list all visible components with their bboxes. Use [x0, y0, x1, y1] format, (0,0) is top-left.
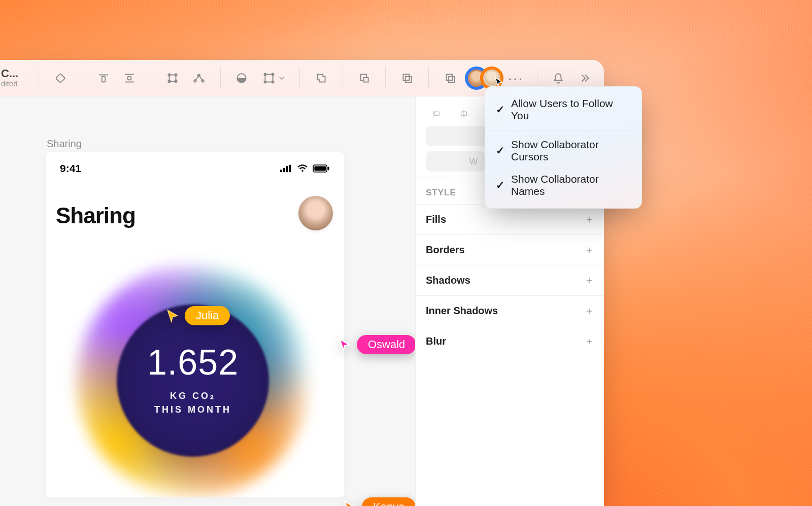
- document-subtitle: dited: [1, 80, 29, 88]
- union-icon: [315, 72, 328, 85]
- transform-button[interactable]: [162, 66, 183, 90]
- distribute-icon: [123, 72, 136, 85]
- menu-item-show-cursors[interactable]: ✓ Show Collaborator Cursors: [485, 133, 642, 168]
- plus-icon[interactable]: [585, 215, 594, 224]
- plus-icon[interactable]: [585, 246, 594, 255]
- menu-item-allow-follow[interactable]: ✓ Allow Users to Follow You: [485, 92, 642, 127]
- metric-unit: KG CO₂: [147, 389, 239, 403]
- menu-divider: [492, 130, 635, 130]
- style-row-inner-shadows[interactable]: Inner Shadows: [416, 295, 604, 326]
- svg-point-17: [272, 73, 274, 75]
- checkmark-icon: ✓: [496, 104, 505, 116]
- battery-icon: [313, 164, 330, 173]
- checkmark-icon: ✓: [496, 145, 505, 157]
- svg-rect-32: [314, 166, 326, 171]
- toolbar-separator: [39, 67, 39, 89]
- metric-visual: 1.652 KG CO₂ THIS MONTH: [66, 254, 320, 497]
- toolbar-separator: [220, 67, 221, 89]
- union-button[interactable]: [311, 66, 332, 90]
- svg-rect-22: [403, 74, 410, 80]
- path-nodes-icon: [192, 72, 206, 85]
- transform-icon: [166, 72, 179, 85]
- collaborator-name-pill: Julia: [185, 306, 230, 325]
- style-row-blur[interactable]: Blur: [416, 326, 604, 356]
- screen-title: Sharing: [56, 203, 136, 228]
- cursor-icon: [343, 500, 357, 506]
- style-row-shadows[interactable]: Shadows: [416, 265, 604, 295]
- toolbar-separator: [385, 67, 386, 89]
- svg-rect-26: [280, 170, 282, 172]
- cursor-icon: [165, 309, 180, 323]
- toolbar-separator: [151, 67, 151, 89]
- svg-rect-27: [283, 168, 285, 172]
- svg-point-19: [272, 81, 274, 83]
- canvas[interactable]: Sharing 9:41 Sharing 1.652: [0, 96, 415, 506]
- svg-rect-35: [434, 112, 439, 115]
- bell-icon: [552, 72, 565, 85]
- collaboration-menu[interactable]: ✓ Allow Users to Follow You ✓ Show Colla…: [485, 86, 642, 209]
- subtract-button[interactable]: [354, 66, 375, 90]
- collaborator-name-pill: Kanye: [362, 497, 415, 506]
- distribute-button[interactable]: [119, 66, 140, 90]
- difference-icon: [444, 72, 457, 85]
- svg-rect-29: [289, 165, 291, 172]
- system-cursor-icon: [493, 76, 504, 87]
- plus-icon[interactable]: [585, 307, 594, 316]
- toolbar-separator: [537, 67, 537, 89]
- svg-rect-28: [286, 166, 288, 172]
- cellular-icon: [280, 164, 292, 173]
- artboard-label[interactable]: Sharing: [47, 138, 82, 150]
- shape-tool-button[interactable]: [50, 66, 71, 90]
- cursor-icon: [337, 338, 352, 352]
- align-left-icon[interactable]: [426, 105, 447, 123]
- status-time: 9:41: [60, 162, 81, 175]
- plus-icon[interactable]: [585, 276, 594, 285]
- collaborator-cursor-oswald: Oswald: [337, 335, 415, 354]
- menu-item-show-names[interactable]: ✓ Show Collaborator Names: [485, 168, 642, 203]
- svg-rect-0: [56, 73, 65, 82]
- style-row-fills[interactable]: Fills: [416, 204, 604, 234]
- align-top-icon: [97, 72, 110, 85]
- metric-period: THIS MONTH: [147, 403, 239, 417]
- resize-dropdown[interactable]: [257, 66, 289, 90]
- wifi-icon: [296, 164, 309, 173]
- subtract-icon: [358, 72, 371, 85]
- svg-point-16: [264, 73, 266, 75]
- collaborator-name-pill: Oswald: [357, 335, 415, 354]
- svg-point-30: [301, 170, 303, 172]
- intersect-button[interactable]: [396, 66, 418, 90]
- checkmark-icon: ✓: [496, 179, 505, 191]
- w-field[interactable]: W: [426, 151, 485, 172]
- svg-rect-21: [363, 77, 368, 82]
- svg-rect-23: [405, 76, 412, 82]
- svg-point-18: [264, 81, 266, 83]
- mask-button[interactable]: [231, 66, 252, 90]
- align-top-button[interactable]: [93, 66, 114, 90]
- style-row-borders[interactable]: Borders: [416, 234, 604, 265]
- toolbar-separator: [82, 67, 82, 89]
- svg-rect-25: [449, 76, 455, 82]
- path-tool-button[interactable]: [188, 66, 210, 90]
- chevrons-right-icon: [578, 72, 591, 85]
- plus-icon[interactable]: [585, 337, 594, 346]
- svg-rect-2: [101, 76, 105, 82]
- collaborator-overflow-button[interactable]: ···: [504, 71, 528, 86]
- toolbar-separator: [343, 67, 343, 89]
- document-title-block[interactable]: C... dited: [0, 68, 29, 88]
- difference-button[interactable]: [439, 66, 461, 90]
- collaborator-cursor-kanye: Kanye: [343, 497, 415, 506]
- toolbar-separator: [428, 67, 429, 89]
- diamond-icon: [54, 72, 67, 85]
- profile-avatar: [298, 196, 333, 230]
- document-title: C...: [1, 68, 29, 80]
- mask-icon: [235, 72, 248, 85]
- intersect-icon: [400, 72, 414, 85]
- svg-rect-5: [128, 76, 131, 80]
- resize-icon: [262, 72, 276, 85]
- svg-rect-33: [327, 167, 329, 171]
- metric-value: 1.652: [147, 345, 239, 380]
- align-hcenter-icon[interactable]: [453, 105, 475, 123]
- phone-statusbar: 9:41: [46, 152, 344, 180]
- svg-rect-15: [265, 74, 273, 82]
- svg-rect-24: [446, 74, 452, 80]
